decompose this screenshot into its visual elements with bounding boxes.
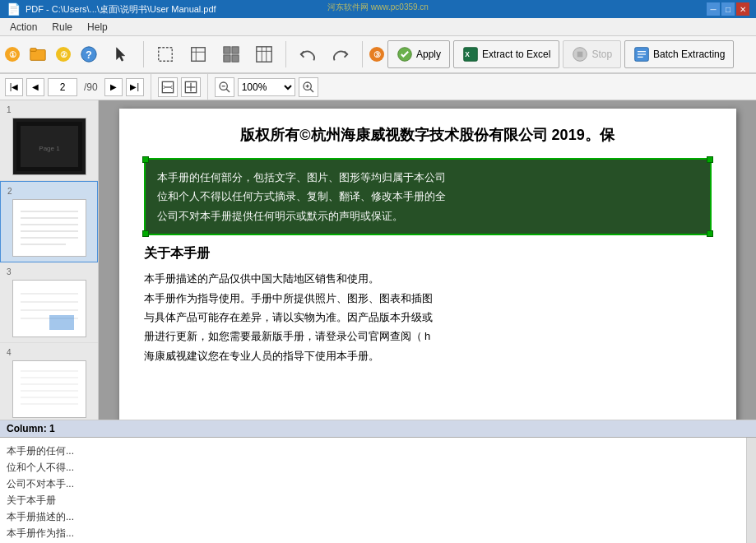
thumb-num-3: 3	[7, 267, 12, 276]
svg-line-32	[226, 89, 230, 92]
nav-separator-1	[151, 74, 151, 100]
selection-handle-br	[707, 230, 713, 237]
grid-icon	[222, 45, 240, 63]
thumbnail-1[interactable]: 1 Page 1	[0, 100, 98, 181]
titlebar: 📄 PDF - C:\Users\...\桌面\说明书\User Manual.…	[0, 0, 756, 18]
selection-line-2: 位和个人不得以任何方式摘录、复制、翻译、修改本手册的全	[157, 187, 698, 206]
page-input[interactable]	[48, 78, 77, 96]
zoom-fit-button[interactable]	[181, 77, 201, 97]
svg-rect-4	[159, 48, 173, 62]
zoom-out-icon	[218, 81, 231, 94]
fit-width-icon	[161, 81, 174, 94]
stop-button[interactable]: Stop	[563, 40, 621, 68]
badge-1: ①	[5, 47, 20, 62]
fit-width-button[interactable]	[158, 77, 178, 97]
nav-separator-2	[207, 74, 208, 100]
prev-page-button[interactable]: ◀	[26, 78, 44, 96]
last-page-button[interactable]: ▶|	[126, 78, 144, 96]
svg-line-36	[310, 89, 313, 92]
zoom-select[interactable]: 100% 75% 125% 150% 200%	[238, 78, 295, 96]
pdf-body: 本手册描述的产品仅供中国大陆地区销售和使用。 本手册作为指导使用。手册中所提供照…	[144, 269, 712, 365]
select-icon	[156, 45, 174, 63]
undo-button[interactable]	[293, 39, 322, 69]
table-icon	[255, 45, 273, 63]
thumb-num-1: 1	[7, 105, 12, 114]
app-icon: 📄	[7, 2, 21, 16]
menu-help[interactable]: Help	[81, 20, 114, 35]
table-button[interactable]	[249, 39, 279, 69]
selection-handle-bl	[142, 230, 149, 237]
thumbnail-4[interactable]: 4	[0, 343, 98, 420]
maximize-button[interactable]: □	[721, 2, 735, 16]
menu-rule[interactable]: Rule	[45, 20, 79, 35]
svg-rect-40	[16, 203, 82, 253]
svg-rect-5	[192, 48, 206, 62]
body-line-4: 册进行更新，如您需要最新版手册，请登录公司官网查阅（ h	[144, 327, 712, 346]
zoom-in-icon	[302, 81, 315, 94]
thumbnail-3[interactable]: 3	[0, 262, 98, 343]
main-area: 1 Page 1 2	[0, 100, 756, 420]
close-button[interactable]: ✕	[736, 2, 749, 16]
pdf-title: 版权所有©杭州海康威视数字技术股份有限公司 2019。保	[144, 125, 712, 145]
cursor-button[interactable]	[107, 39, 137, 69]
svg-text:?: ?	[86, 49, 92, 61]
batch-label: Batch Extracting	[653, 49, 725, 60]
bottom-content: 本手册的任何... 位和个人不得... 公司不对本手... 关于本手册 本手册描…	[0, 438, 746, 543]
zoom-out-button[interactable]	[215, 77, 234, 97]
next-page-button[interactable]: ▶	[104, 78, 123, 96]
minimize-button[interactable]: ─	[707, 2, 720, 16]
thumb-img-2	[12, 199, 86, 257]
bottom-row-2: 位和个人不得...	[7, 459, 740, 476]
cursor-icon	[113, 45, 131, 63]
thumb-img-4	[12, 360, 86, 418]
svg-rect-20	[577, 52, 583, 58]
first-page-button[interactable]: |◀	[5, 78, 23, 96]
separator-1	[143, 41, 144, 67]
page-total: /90	[81, 81, 101, 93]
menu-action[interactable]: Action	[3, 20, 44, 35]
stop-icon	[572, 46, 588, 63]
folder-icon	[29, 45, 47, 63]
svg-rect-12	[257, 47, 271, 62]
help-icon: ?	[80, 45, 98, 63]
bottom-row-1: 本手册的任何...	[7, 443, 740, 459]
redo-icon	[332, 45, 350, 63]
extract-button[interactable]: X Extract to Excel	[453, 40, 559, 68]
thumb-svg-4	[16, 364, 82, 414]
select-button[interactable]	[151, 39, 180, 69]
svg-rect-52	[49, 315, 74, 330]
svg-rect-53	[16, 364, 82, 414]
toolbar: ① ② ?	[0, 36, 756, 74]
grid-button[interactable]	[216, 39, 246, 69]
selection-box: 本手册的任何部分，包括文字、图片、图形等均归属于本公司 位和个人不得以任何方式摘…	[144, 158, 712, 235]
apply-button[interactable]: Apply	[387, 40, 450, 68]
apply-icon	[397, 46, 413, 63]
redo-button[interactable]	[326, 39, 355, 69]
titlebar-title: PDF - C:\Users\...\桌面\说明书\User Manual.pd…	[26, 3, 216, 16]
thumb-num-2: 2	[7, 187, 12, 196]
titlebar-controls[interactable]: ─ □ ✕	[707, 2, 749, 16]
thumb-num-4: 4	[7, 348, 12, 357]
bottom-row-6: 本手册作为指...	[7, 525, 740, 541]
selection-line-3: 公司不对本手册提供任何明示或默示的声明或保证。	[157, 207, 698, 225]
excel-icon: X	[462, 46, 479, 63]
svg-rect-11	[232, 55, 239, 62]
thumbnail-2[interactable]: 2	[0, 181, 98, 262]
pdf-area[interactable]: 版权所有©杭州海康威视数字技术股份有限公司 2019。保 本手册的任何部分，包括…	[99, 100, 756, 420]
bottom-panel: Column: 1 本手册的任何... 位和个人不得... 公司不对本手... …	[0, 420, 756, 543]
batch-button[interactable]: Batch Extracting	[624, 40, 734, 68]
thumb-svg-2	[16, 203, 82, 253]
sidebar-thumbnails: 1 Page 1 2	[0, 100, 99, 420]
svg-text:X: X	[465, 50, 470, 58]
edit-button[interactable]	[183, 39, 213, 69]
open-file-button[interactable]	[23, 39, 53, 69]
selection-handle-tl	[142, 156, 149, 163]
selection-line-1: 本手册的任何部分，包括文字、图片、图形等均归属于本公司	[157, 168, 698, 187]
badge-3: ③	[369, 47, 384, 62]
body-line-5: 海康威视建议您在专业人员的指导下使用本手册。	[144, 346, 712, 365]
zoom-in-button[interactable]	[299, 77, 318, 97]
bottom-scrollbar[interactable]	[746, 438, 756, 543]
bottom-header: Column: 1	[0, 420, 756, 438]
section-title: 关于本手册	[144, 245, 712, 262]
help-button[interactable]: ?	[74, 39, 104, 69]
